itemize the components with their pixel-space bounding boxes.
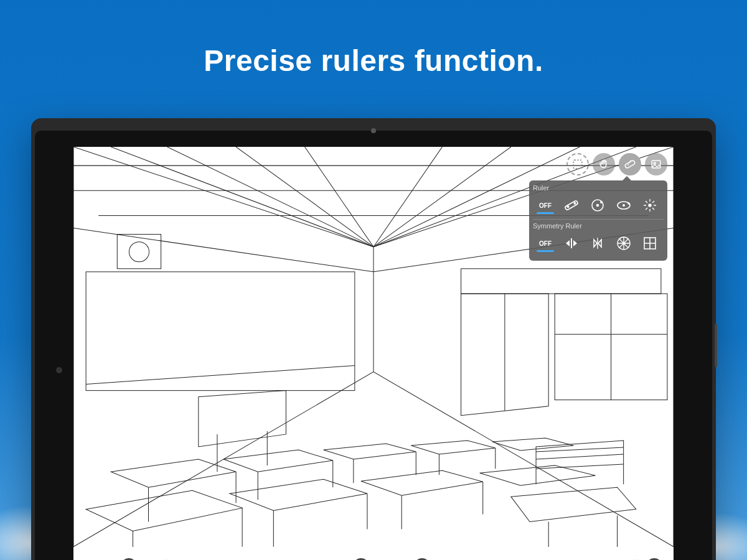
selection-tool-button[interactable]	[566, 153, 589, 175]
tablet-camera	[56, 367, 62, 373]
straight-ruler-button[interactable]	[559, 194, 584, 217]
svg-point-13	[597, 205, 599, 207]
symmetry-off-button[interactable]: OFF	[533, 232, 558, 254]
reference-image-button[interactable]	[645, 153, 667, 175]
symmetry-off-label: OFF	[539, 240, 552, 247]
hand-tool-button[interactable]	[593, 153, 615, 175]
ellipse-ruler-button[interactable]	[611, 194, 636, 217]
grid-symmetry-button[interactable]	[637, 232, 662, 254]
svg-point-8	[654, 162, 655, 164]
tablet-side-button	[715, 324, 717, 367]
svg-rect-0	[86, 272, 355, 391]
svg-point-18	[649, 204, 651, 207]
symmetry-section-title: Symmetry Ruler	[533, 222, 664, 230]
svg-rect-1	[117, 235, 161, 269]
svg-point-16	[623, 205, 624, 206]
svg-rect-9	[565, 200, 578, 210]
top-tool-chips	[566, 153, 667, 175]
svg-rect-7	[652, 161, 660, 168]
svg-point-10	[568, 206, 569, 207]
ruler-off-label: OFF	[539, 202, 552, 209]
popover-divider	[533, 219, 664, 220]
ruler-tool-button[interactable]	[619, 153, 641, 175]
vertical-symmetry-button[interactable]	[559, 232, 584, 254]
kaleidoscope-symmetry-button[interactable]	[611, 232, 636, 254]
svg-point-17	[628, 203, 629, 204]
svg-point-2	[129, 242, 149, 262]
svg-point-14	[601, 202, 602, 203]
slider-bar: 3.0px − + 100% − +	[73, 554, 674, 560]
svg-rect-5	[573, 160, 582, 169]
svg-rect-6	[624, 160, 636, 169]
app-screen: Ruler OFF	[73, 147, 674, 560]
circle-ruler-button[interactable]	[585, 194, 610, 217]
radial-ruler-button[interactable]	[637, 194, 662, 217]
ruler-section-title: Ruler	[533, 184, 664, 192]
tablet-sensor	[371, 128, 376, 133]
tablet-device: Ruler OFF	[31, 118, 716, 560]
tablet-inner-frame: Ruler OFF	[35, 131, 712, 560]
svg-point-11	[574, 203, 575, 204]
horizontal-symmetry-button[interactable]	[585, 232, 610, 254]
svg-rect-3	[461, 269, 661, 294]
marketing-headline: Precise rulers function.	[0, 44, 747, 78]
popover-arrow-icon	[622, 176, 631, 180]
ruler-popover: Ruler OFF	[529, 180, 667, 261]
ruler-off-button[interactable]: OFF	[533, 194, 558, 217]
active-indicator	[537, 250, 554, 252]
active-indicator	[537, 212, 554, 214]
